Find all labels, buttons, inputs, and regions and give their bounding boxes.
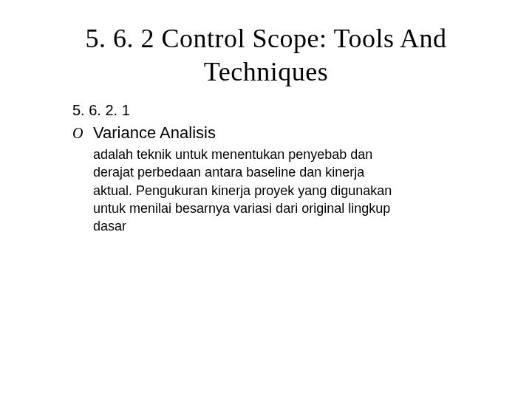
item-description: adalah teknik untuk menentukan penyebab … [72, 146, 480, 235]
content-block: 5. 6. 2. 1 O Variance Analisis adalah te… [52, 102, 480, 235]
bullet-marker: O [72, 125, 86, 142]
section-number: 5. 6. 2. 1 [72, 102, 480, 119]
list-item: O Variance Analisis [72, 123, 480, 143]
slide: 5. 6. 2 Control Scope: Tools And Techniq… [0, 0, 532, 399]
slide-title: 5. 6. 2 Control Scope: Tools And Techniq… [52, 22, 480, 89]
item-title: Variance Analisis [93, 123, 216, 143]
